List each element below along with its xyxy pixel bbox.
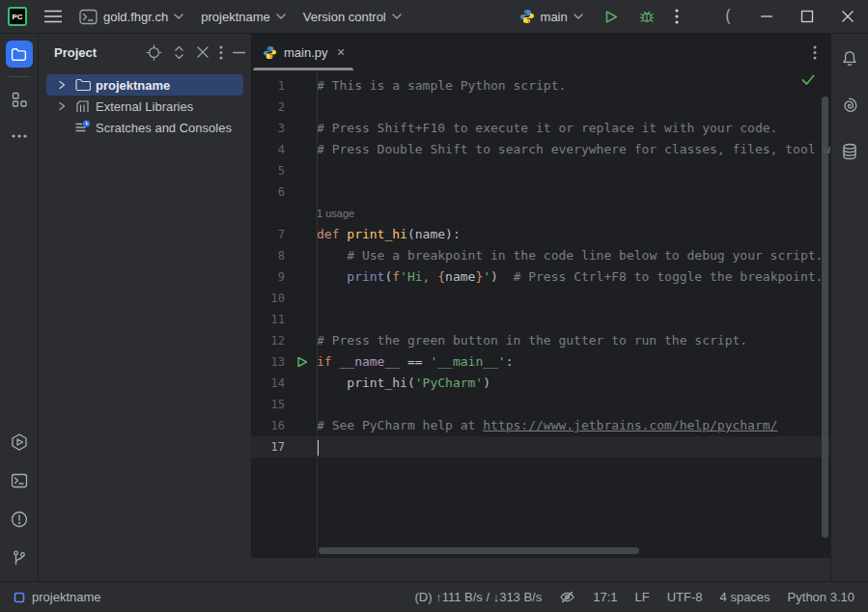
tab-main-py[interactable]: main.py ✕ [251,34,355,70]
chevron-right-icon[interactable] [54,101,70,111]
problems-tool-icon[interactable] [6,506,33,533]
code-line[interactable]: 9 print(f'Hi, {name}') # Press Ctrl+F8 t… [251,266,830,288]
code-line[interactable]: 1# This is a sample Python script. [251,75,830,97]
run-line-icon[interactable] [296,356,308,368]
tree-item-scratches[interactable]: Scratches and Consoles [46,117,243,138]
line-number[interactable]: 14 [251,373,317,394]
project-tool-icon[interactable] [6,41,33,68]
code-line[interactable]: 12# Press the green button in the gutter… [251,330,830,351]
line-number[interactable]: 15 [251,394,317,415]
code-text[interactable] [317,181,830,203]
code-text[interactable] [317,394,830,415]
code-inlay-row[interactable]: 1 usage [251,203,830,224]
line-number[interactable]: 7 [251,224,317,245]
vcs-selector[interactable]: Version control [303,10,402,24]
line-number[interactable]: 2 [251,97,317,118]
line-number[interactable]: 3 [251,118,317,139]
structure-tool-icon[interactable] [6,86,33,113]
code-line[interactable]: 2 [251,97,830,118]
code-text[interactable]: print_hi('PyCharm') [317,373,830,394]
status-encoding[interactable]: UTF-8 [667,590,703,604]
code-text[interactable]: # Press the green button in the gutter t… [317,330,830,351]
code-text[interactable]: print(f'Hi, {name}') # Press Ctrl+F8 to … [317,266,830,288]
horizontal-scrollbar[interactable] [319,547,639,554]
window-maximize-button[interactable] [800,10,814,23]
tree-item-projektname[interactable]: projektname [46,74,243,96]
code-line[interactable]: 14 print_hi('PyCharm') [251,373,830,394]
code-text[interactable] [317,309,830,330]
code-text[interactable]: 1 usage [317,203,830,224]
more-tool-windows-icon[interactable] [6,123,33,150]
remote-host-selector[interactable]: gold.fhgr.ch [79,9,183,25]
code-text[interactable] [317,436,830,458]
line-number[interactable]: 16 [251,415,317,436]
status-interpreter[interactable]: Python 3.10 [788,590,854,604]
notifications-bell-icon[interactable] [836,45,863,72]
window-minimize-button[interactable] [760,10,773,23]
version-control-tool-icon[interactable] [6,544,33,571]
line-number[interactable]: 9 [251,266,317,288]
status-line-ending[interactable]: LF [635,590,650,604]
locate-file-icon[interactable] [146,44,162,61]
code-line[interactable]: 7def print_hi(name): [251,224,830,245]
run-config-selector[interactable]: main [519,9,583,24]
line-number[interactable]: 6 [251,181,317,203]
line-number[interactable]: 4 [251,139,317,160]
code-line[interactable]: 16# See PyCharm help at https://www.jetb… [251,415,830,436]
run-button[interactable] [602,9,619,25]
status-project-widget[interactable]: projektname [14,590,101,604]
hide-panel-icon[interactable] [233,51,245,54]
code-line[interactable]: 15 [251,394,830,415]
code-text[interactable]: if __name__ == '__main__': [317,351,830,373]
code-text[interactable]: # Press Shift+F10 to execute it or repla… [317,118,830,139]
collapse-all-icon[interactable] [196,45,210,59]
tab-options-icon[interactable] [813,45,830,60]
ai-assistant-icon[interactable] [836,92,863,119]
line-number[interactable]: 10 [251,288,317,309]
code-text[interactable] [317,288,830,309]
debug-button[interactable] [638,8,656,25]
line-number[interactable]: 11 [251,309,317,330]
more-actions-icon[interactable] [675,9,679,24]
project-selector[interactable]: projektname [201,10,286,24]
main-menu-icon[interactable] [44,10,62,23]
code-line[interactable]: 6 [251,181,830,203]
code-line[interactable]: 10 [251,288,830,309]
terminal-tool-icon[interactable] [6,467,33,494]
code-line[interactable]: 4# Press Double Shift to search everywhe… [251,139,830,160]
status-caret-position[interactable]: 17:1 [593,590,617,604]
status-network[interactable]: (D) ↑111 B/s / ↓313 B/s [415,590,543,604]
tree-item-external-libraries[interactable]: External Libraries [46,96,243,117]
code-text[interactable] [317,97,830,118]
panel-options-icon[interactable] [219,45,223,60]
code-line[interactable]: 11 [251,309,830,330]
code-text[interactable]: # Use a breakpoint in the code line belo… [317,245,830,266]
code-text[interactable]: def print_hi(name): [317,224,830,245]
database-icon[interactable] [836,138,863,165]
code-line[interactable]: 3# Press Shift+F10 to execute it or repl… [251,118,830,139]
line-number[interactable]: 17 [251,436,317,458]
chevron-right-icon[interactable] [54,80,70,90]
line-number[interactable]: 13 [251,351,317,373]
line-number[interactable]: 12 [251,330,317,351]
tab-close-icon[interactable]: ✕ [335,46,346,59]
line-number[interactable]: 1 [251,75,317,97]
code-line[interactable]: 13if __name__ == '__main__': [251,351,830,373]
status-indent[interactable]: 4 spaces [720,590,770,604]
window-close-button[interactable] [841,10,854,23]
code-line[interactable]: 5 [251,160,830,181]
code-text[interactable]: # This is a sample Python script. [317,75,830,97]
code-text[interactable] [317,160,830,181]
highlighting-off-icon[interactable] [559,589,575,605]
code-area[interactable]: 1# This is a sample Python script.23# Pr… [251,70,830,557]
expand-all-icon[interactable] [172,44,186,61]
code-text[interactable]: # Press Double Shift to search everywher… [317,139,830,160]
line-number[interactable] [251,203,317,224]
usage-inlay-hint[interactable]: 1 usage [317,208,354,219]
code-line[interactable]: 17 [251,436,830,458]
services-tool-icon[interactable] [6,429,33,456]
line-number[interactable]: 5 [251,160,317,181]
line-number[interactable]: 8 [251,245,317,266]
code-line[interactable]: 8 # Use a breakpoint in the code line be… [251,245,830,266]
code-text[interactable]: # See PyCharm help at https://www.jetbra… [317,415,830,436]
